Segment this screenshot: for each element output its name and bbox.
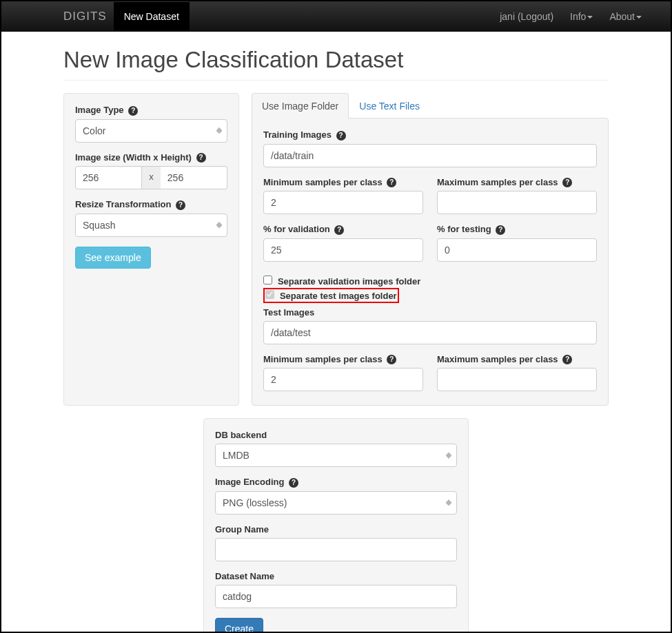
test-images-label: Test Images xyxy=(263,307,597,318)
divider xyxy=(63,80,609,81)
help-icon[interactable]: ? xyxy=(289,478,298,488)
navbar: DIGITS New Dataset jani (Logout) Info Ab… xyxy=(1,1,671,32)
resize-select[interactable]: Squash xyxy=(75,214,227,237)
image-type-select[interactable]: Color xyxy=(75,119,227,143)
chevron-down-icon xyxy=(587,16,593,19)
nav-about[interactable]: About xyxy=(601,2,650,31)
width-input[interactable] xyxy=(75,166,142,189)
db-backend-label: DB backend xyxy=(215,430,457,440)
nav-user-logout[interactable]: jani (Logout) xyxy=(491,2,562,31)
help-icon[interactable]: ? xyxy=(387,355,396,364)
image-size-label: Image size (Width x Height) ? xyxy=(75,152,227,163)
separate-test-checkbox[interactable] xyxy=(265,290,274,299)
dataset-settings-panel: DB backend LMDB Image Encoding ? PNG (lo… xyxy=(203,418,469,633)
resize-label: Resize Transformation ? xyxy=(75,199,227,210)
test-max-samples-input[interactable] xyxy=(437,368,597,391)
help-icon[interactable]: ? xyxy=(176,200,185,210)
help-icon[interactable]: ? xyxy=(334,225,344,235)
chevron-down-icon xyxy=(636,16,642,19)
min-samples-input[interactable] xyxy=(263,191,423,214)
size-separator: x xyxy=(142,166,161,189)
see-example-button[interactable]: See example xyxy=(75,247,151,269)
db-backend-select[interactable]: LMDB xyxy=(215,444,457,467)
test-max-samples-label: Maximum samples per class ? xyxy=(437,354,597,365)
group-name-label: Group Name xyxy=(215,524,457,535)
separate-validation-checkbox[interactable] xyxy=(263,276,272,284)
max-samples-label: Maximum samples per class ? xyxy=(437,177,597,188)
help-icon[interactable]: ? xyxy=(562,355,572,364)
help-icon[interactable]: ? xyxy=(196,153,206,163)
help-icon[interactable]: ? xyxy=(562,178,572,187)
image-encoding-select[interactable]: PNG (lossless) xyxy=(215,491,457,515)
help-icon[interactable]: ? xyxy=(128,106,138,116)
help-icon[interactable]: ? xyxy=(336,131,346,141)
tab-use-image-folder[interactable]: Use Image Folder xyxy=(252,93,349,118)
dataset-name-input[interactable] xyxy=(215,585,457,608)
image-type-label: Image Type ? xyxy=(75,105,227,116)
separate-validation-label: Separate validation images folder xyxy=(278,276,420,287)
image-encoding-label: Image Encoding ? xyxy=(215,477,457,488)
tab-use-text-files[interactable]: Use Text Files xyxy=(349,93,430,118)
test-min-samples-input[interactable] xyxy=(263,368,423,391)
separate-test-label: Separate test images folder xyxy=(280,291,397,301)
create-button[interactable]: Create xyxy=(215,618,263,633)
help-icon[interactable]: ? xyxy=(387,178,396,187)
pct-validation-input[interactable] xyxy=(263,238,423,262)
help-icon[interactable]: ? xyxy=(496,225,505,235)
nav-info[interactable]: Info xyxy=(562,2,601,31)
height-input[interactable] xyxy=(161,166,227,189)
min-samples-label: Minimum samples per class ? xyxy=(263,177,423,188)
pct-validation-label: % for validation ? xyxy=(263,224,423,235)
dataset-name-label: Dataset Name xyxy=(215,571,457,581)
pct-testing-input[interactable] xyxy=(437,238,597,262)
training-images-input[interactable] xyxy=(263,144,597,167)
group-name-input[interactable] xyxy=(215,538,457,561)
tab-body: Training Images ? Minimum samples per cl… xyxy=(252,118,609,406)
source-tabs: Use Image Folder Use Text Files xyxy=(252,93,609,118)
nav-new-dataset[interactable]: New Dataset xyxy=(114,2,190,31)
brand-logo[interactable]: DIGITS xyxy=(63,10,107,23)
max-samples-input[interactable] xyxy=(437,191,597,214)
page-title: New Image Classification Dataset xyxy=(63,47,609,73)
image-options-panel: Image Type ? Color Image size (Width x H… xyxy=(63,93,239,406)
test-min-samples-label: Minimum samples per class ? xyxy=(263,354,423,365)
test-images-input[interactable] xyxy=(263,321,597,344)
pct-testing-label: % for testing ? xyxy=(437,224,597,235)
training-images-label: Training Images ? xyxy=(263,129,597,141)
